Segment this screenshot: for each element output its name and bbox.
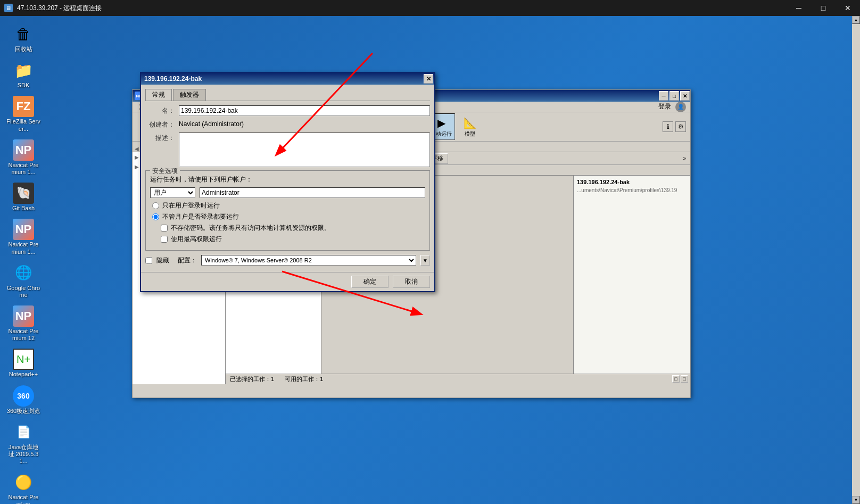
navicat3-label: Navicat Premium 12 [6, 328, 40, 342]
task-properties-dialog: 139.196.192.24-bak ✕ 常规 触发器 名： 创建者： Navi… [140, 72, 435, 292]
filezilla-icon: FZ [13, 96, 34, 117]
dialog-title: 139.196.192.24-bak [144, 75, 202, 82]
desktop-icon-navicat1[interactable]: NP Navicat Premium 1... [4, 137, 43, 178]
status-icons: □ □ [672, 375, 688, 383]
desktop-icon-javafile[interactable]: 📄 Java仓库地址 2019.5.31... [4, 419, 43, 467]
description-textarea[interactable] [179, 133, 430, 167]
navicat-minimize-btn[interactable]: ─ [659, 91, 668, 101]
security-section: 安全选项 运行任务时，请使用下列用户帐户： 用户 只在用户登录时运行 不管月户是 [145, 170, 430, 251]
close-button[interactable]: ✕ [836, 0, 860, 16]
name-input[interactable] [179, 105, 430, 116]
recycle-label: 回收站 [15, 46, 32, 53]
window-controls: ─ □ ✕ [787, 0, 860, 16]
titlebar-title: 47.103.39.207 - 远程桌面连接 [17, 4, 102, 13]
user-avatar[interactable]: 👤 [675, 102, 686, 112]
model-label: 模型 [465, 130, 475, 138]
scrollbar-up[interactable]: ▲ [852, 16, 860, 24]
desktop-icon-navicat2[interactable]: NP Navicat Premium 1... [4, 217, 43, 257]
radio-login-only-label: 只在用户登录时运行 [162, 201, 220, 210]
no-store-checkbox[interactable] [161, 225, 168, 232]
titlebar-icon: 🖥 [4, 4, 13, 12]
description-label: 描述： [145, 133, 175, 143]
expand-icon1: ▶ [135, 154, 139, 160]
navicat3-icon: NP [13, 305, 34, 327]
user-type-select[interactable]: 用户 [150, 187, 195, 198]
navicat2-icon: NP [13, 219, 34, 240]
desktop-icon-360[interactable]: 360 360极速浏览 [4, 383, 43, 417]
radio-always[interactable] [152, 213, 159, 220]
desktop-icon-navicat3[interactable]: NP Navicat Premium 12 [4, 303, 43, 344]
config-row: 隐藏 配置： Windows® 7, Windows Server® 2008 … [145, 255, 430, 266]
right-scrollbar[interactable]: ▲ ▼ [852, 16, 860, 504]
navicat2-label: Navicat Premium 1... [6, 241, 40, 255]
navicat-win-controls: ─ □ ✕ [658, 90, 690, 102]
run-as-label: 运行任务时，请使用下列用户帐户： [150, 175, 425, 184]
highest-priv-label: 使用最高权限运行 [171, 235, 222, 244]
dialog-titlebar: 139.196.192.24-bak ✕ [141, 73, 434, 85]
info-icon[interactable]: ℹ [663, 121, 673, 132]
settings-icon[interactable]: ⚙ [675, 121, 686, 132]
desktop-icon-filezilla[interactable]: FZ FileZilla Server... [4, 94, 43, 134]
navicatpre-icon: 🟡 [13, 472, 34, 493]
maximize-button[interactable]: □ [811, 0, 836, 16]
remote-desktop-titlebar: 🖥 47.103.39.207 - 远程桌面连接 ─ □ ✕ [0, 0, 860, 16]
notepad-icon: N+ [13, 349, 34, 370]
config-dropdown-btn[interactable]: ▼ [420, 255, 430, 266]
status-icon1[interactable]: □ [672, 375, 680, 383]
user-value-input[interactable] [200, 187, 425, 198]
notepad-label: Notepad++ [9, 371, 38, 378]
checkbox-row-highest: 使用最高权限运行 [150, 235, 425, 244]
scrollbar-track[interactable] [852, 24, 860, 496]
hidden-label: 隐藏 [156, 256, 169, 265]
toolbar-model[interactable]: 📐 模型 [456, 113, 484, 140]
360-label: 360极速浏览 [7, 408, 40, 415]
desktop: 🖥 47.103.39.207 - 远程桌面连接 ─ □ ✕ ▲ ▼ 🗑 回收站… [0, 0, 860, 504]
config-label: 配置： [178, 256, 197, 265]
confirm-button[interactable]: 确定 [351, 276, 388, 288]
desktop-icon-recycle[interactable]: 🗑 回收站 [4, 21, 43, 55]
navicat-close-btn[interactable]: ✕ [680, 91, 690, 101]
dialog-tab-general[interactable]: 常规 [145, 89, 172, 101]
selected-count: 已选择的工作：1 [230, 375, 274, 383]
scrollbar-down[interactable]: ▼ [852, 496, 860, 504]
highest-priv-checkbox[interactable] [161, 236, 168, 243]
login-button[interactable]: 登录 [654, 102, 675, 111]
sdk-icon: 📁 [13, 60, 34, 81]
checkbox-row-no-store: 不存储密码。该任务将只有访问本地计算机资源的权限。 [150, 224, 425, 233]
hidden-checkbox[interactable] [145, 257, 152, 264]
desktop-icon-chrome[interactable]: 🌐 Google Chrome [4, 260, 43, 301]
recycle-icon: 🗑 [13, 23, 34, 45]
desktop-icon-navicatpre[interactable]: 🟡 Navicat Premium [4, 469, 43, 504]
cancel-button[interactable]: 取消 [393, 276, 430, 288]
creator-row: 创建者： Navicat (Administrator) [145, 119, 430, 129]
javafile-label: Java仓库地址 2019.5.31... [6, 444, 40, 465]
config-select[interactable]: Windows® 7, Windows Server® 2008 R2 [201, 255, 416, 266]
navicat1-label: Navicat Premium 1... [6, 162, 40, 176]
navicat-restore-btn[interactable]: □ [669, 91, 679, 101]
creator-label: 创建者： [145, 119, 175, 129]
javafile-icon: 📄 [13, 422, 34, 443]
info-name: 139.196.192.24-bak [576, 178, 688, 186]
status-icon2[interactable]: □ [681, 375, 688, 383]
desktop-icon-sdk[interactable]: 📁 SDK [4, 57, 43, 91]
dialog-close-btn[interactable]: ✕ [424, 74, 433, 84]
creator-value: Navicat (Administrator) [179, 119, 430, 128]
dialog-tab-triggers[interactable]: 触发器 [173, 89, 206, 101]
360-icon: 360 [13, 385, 34, 407]
expand-panel-btn[interactable]: » [681, 155, 688, 161]
minimize-button[interactable]: ─ [787, 0, 811, 16]
user-row: 用户 [150, 187, 425, 198]
radio-login-only[interactable] [152, 202, 159, 209]
no-store-label: 不存储密码。该任务将只有访问本地计算机资源的权限。 [171, 224, 330, 233]
desktop-icons: 🗑 回收站 📁 SDK FZ FileZilla Server... NP Na… [4, 21, 43, 504]
gitbash-label: Git Bash [12, 205, 35, 212]
dialog-footer: 确定 取消 [141, 272, 434, 291]
chrome-icon: 🌐 [13, 262, 34, 284]
desktop-icon-gitbash[interactable]: 🐚 Git Bash [4, 180, 43, 214]
desktop-icon-notepad[interactable]: N+ Notepad++ [4, 346, 43, 380]
expand-icon2: ▶ [135, 164, 139, 170]
chrome-label: Google Chrome [6, 285, 40, 299]
radio-row-always: 不管月户是否登录都要运行 [150, 212, 425, 221]
gitbash-icon: 🐚 [13, 183, 34, 204]
name-row: 名： [145, 105, 430, 116]
